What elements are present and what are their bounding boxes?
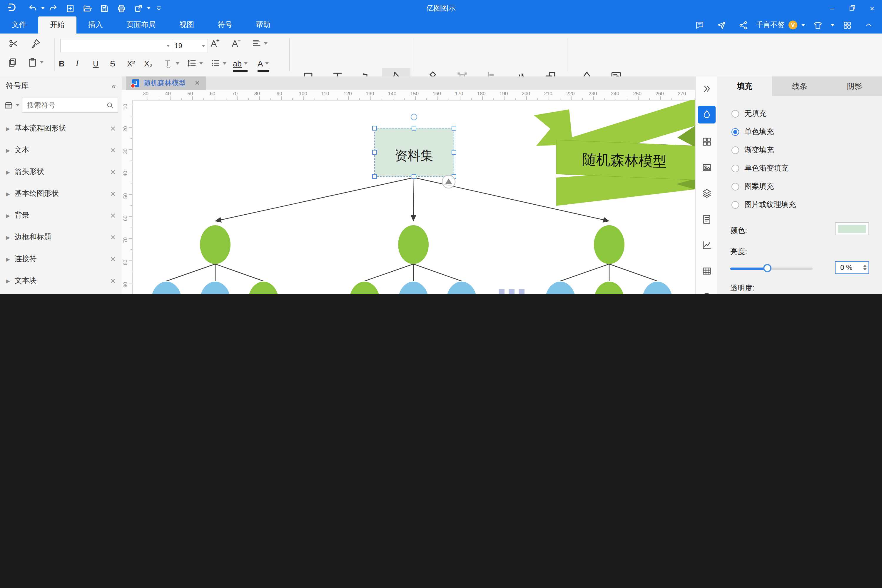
format-superscript-button[interactable]: X² bbox=[127, 57, 135, 70]
sidebar-category-基本流程图形状[interactable]: ▶基本流程图形状✕ bbox=[0, 118, 122, 140]
dataset-shape-selected[interactable]: 资料集 bbox=[372, 114, 456, 188]
sidebar-category-文本块[interactable]: ▶文本块✕ bbox=[0, 270, 122, 292]
print-icon[interactable] bbox=[117, 4, 126, 13]
menu-tab-视图[interactable]: 视图 bbox=[168, 16, 206, 33]
close-icon[interactable]: ✕ bbox=[110, 190, 116, 198]
selection-handle[interactable] bbox=[412, 126, 416, 130]
tree-node[interactable] bbox=[594, 225, 624, 264]
insert-image-icon[interactable] bbox=[698, 159, 716, 176]
connector-line[interactable] bbox=[215, 264, 263, 281]
close-icon[interactable]: ✕ bbox=[110, 146, 116, 154]
panel-tab-线条[interactable]: 线条 bbox=[772, 76, 827, 96]
ribbon-banner[interactable]: 随机森林模型 bbox=[534, 100, 695, 206]
chevron-down-icon[interactable] bbox=[41, 7, 45, 9]
decrease-font-button[interactable] bbox=[231, 38, 241, 49]
vip-badge[interactable]: V bbox=[789, 21, 797, 29]
selection-handle[interactable] bbox=[452, 150, 456, 154]
close-button[interactable]: × bbox=[862, 4, 882, 13]
format-painter-button[interactable] bbox=[31, 38, 41, 49]
theme-shirt-icon[interactable] bbox=[813, 20, 823, 30]
close-icon[interactable]: ✕ bbox=[110, 277, 116, 285]
connector-line[interactable] bbox=[413, 264, 462, 281]
share-icon[interactable] bbox=[738, 20, 748, 30]
close-icon[interactable]: ✕ bbox=[110, 212, 116, 220]
fill-option-图案填充[interactable]: 图案填充 bbox=[717, 178, 882, 196]
close-icon[interactable]: ✕ bbox=[110, 233, 116, 242]
username[interactable]: 千言不赘 bbox=[756, 20, 784, 30]
tree-node[interactable] bbox=[398, 225, 429, 264]
fill-option-无填充[interactable]: 无填充 bbox=[717, 105, 882, 123]
increase-font-button[interactable] bbox=[209, 38, 220, 49]
fill-option-渐变填充[interactable]: 渐变填充 bbox=[717, 141, 882, 159]
more-commands-icon[interactable] bbox=[154, 4, 163, 12]
search-input[interactable] bbox=[22, 98, 118, 113]
notes-icon[interactable] bbox=[698, 210, 716, 228]
menu-tab-插入[interactable]: 插入 bbox=[76, 16, 115, 33]
highlight-color-button[interactable]: ab bbox=[233, 57, 248, 72]
library-drawer-icon[interactable] bbox=[3, 100, 14, 110]
fill-option-单色填充[interactable]: 单色填充 bbox=[717, 123, 882, 141]
connector-line[interactable] bbox=[609, 264, 657, 281]
format-underline-button[interactable]: U bbox=[93, 57, 99, 70]
tree-node[interactable] bbox=[398, 282, 429, 294]
menu-tab-开始[interactable]: 开始 bbox=[38, 16, 76, 33]
line-spacing-button[interactable] bbox=[187, 58, 203, 68]
rotation-handle[interactable] bbox=[411, 114, 417, 120]
undo-icon[interactable] bbox=[28, 4, 37, 13]
search-input-field[interactable] bbox=[26, 100, 106, 110]
sidebar-category-文本[interactable]: ▶文本✕ bbox=[0, 140, 122, 161]
text-case-button[interactable] bbox=[164, 58, 179, 68]
search-icon[interactable] bbox=[106, 101, 114, 110]
chart-icon[interactable] bbox=[698, 236, 716, 254]
sidebar-category-边框和标题[interactable]: ▶边框和标题✕ bbox=[0, 226, 122, 248]
theme-icon[interactable] bbox=[698, 288, 716, 294]
chevron-down-icon[interactable] bbox=[16, 104, 20, 106]
chevron-down-icon[interactable] bbox=[831, 24, 834, 26]
minimize-button[interactable]: – bbox=[822, 4, 842, 13]
format-fill-icon[interactable] bbox=[698, 106, 716, 123]
sidebar-category-基本绘图形状[interactable]: ▶基本绘图形状✕ bbox=[0, 183, 122, 205]
bullet-list-button[interactable] bbox=[210, 58, 226, 68]
menu-tab-帮助[interactable]: 帮助 bbox=[244, 16, 282, 33]
close-tab-icon[interactable]: ✕ bbox=[195, 80, 200, 87]
font-size-select[interactable]: 19 bbox=[172, 39, 208, 52]
connector-line[interactable] bbox=[215, 178, 414, 221]
redo-icon[interactable] bbox=[49, 4, 58, 13]
sidebar-category-背景[interactable]: ▶背景✕ bbox=[0, 205, 122, 226]
format-strikethrough-button[interactable]: S bbox=[110, 57, 115, 70]
symbol-library-icon[interactable] bbox=[698, 133, 716, 150]
tree-node[interactable] bbox=[446, 282, 477, 294]
tree-node[interactable] bbox=[200, 225, 231, 264]
format-bold-button[interactable]: B bbox=[59, 57, 64, 70]
close-icon[interactable]: ✕ bbox=[110, 168, 116, 176]
collapse-sidebar-icon[interactable]: « bbox=[112, 81, 116, 90]
document-tab[interactable]: Ǝ 随机森林模型 ✕ bbox=[126, 76, 206, 90]
panel-tab-填充[interactable]: 填充 bbox=[717, 76, 772, 96]
connector-line[interactable] bbox=[560, 264, 609, 281]
collapse-ribbon-icon[interactable] bbox=[864, 21, 873, 29]
selection-handle[interactable] bbox=[372, 174, 376, 178]
new-document-icon[interactable] bbox=[66, 4, 75, 13]
send-icon[interactable] bbox=[717, 20, 726, 30]
font-color-button[interactable]: A bbox=[258, 57, 269, 72]
tree-node[interactable] bbox=[594, 282, 624, 294]
sidebar-category-箭头形状[interactable]: ▶箭头形状✕ bbox=[0, 161, 122, 183]
connector-line[interactable] bbox=[166, 264, 215, 281]
tree-node[interactable] bbox=[151, 282, 182, 294]
panel-tab-阴影[interactable]: 阴影 bbox=[827, 76, 882, 96]
ribbon-title[interactable]: 随机森林模型 bbox=[582, 152, 667, 170]
selection-handle[interactable] bbox=[372, 150, 376, 154]
menu-tab-页面布局[interactable]: 页面布局 bbox=[115, 16, 168, 33]
brightness-slider[interactable] bbox=[730, 267, 813, 270]
menu-tab-文件[interactable]: 文件 bbox=[0, 16, 38, 33]
menu-tab-符号[interactable]: 符号 bbox=[206, 16, 244, 33]
brightness-value[interactable]: 0 % bbox=[835, 261, 869, 274]
copy-button[interactable] bbox=[7, 57, 18, 68]
selection-handle[interactable] bbox=[372, 126, 376, 130]
selection-handle[interactable] bbox=[412, 174, 416, 178]
open-file-icon[interactable] bbox=[83, 4, 92, 13]
dataset-label[interactable]: 资料集 bbox=[394, 148, 434, 163]
apps-grid-icon[interactable] bbox=[843, 20, 852, 30]
sidebar-category-2D框图[interactable]: ▶2D框图✕ bbox=[0, 292, 122, 294]
fill-option-图片或纹理填充[interactable]: 图片或纹理填充 bbox=[717, 196, 882, 214]
